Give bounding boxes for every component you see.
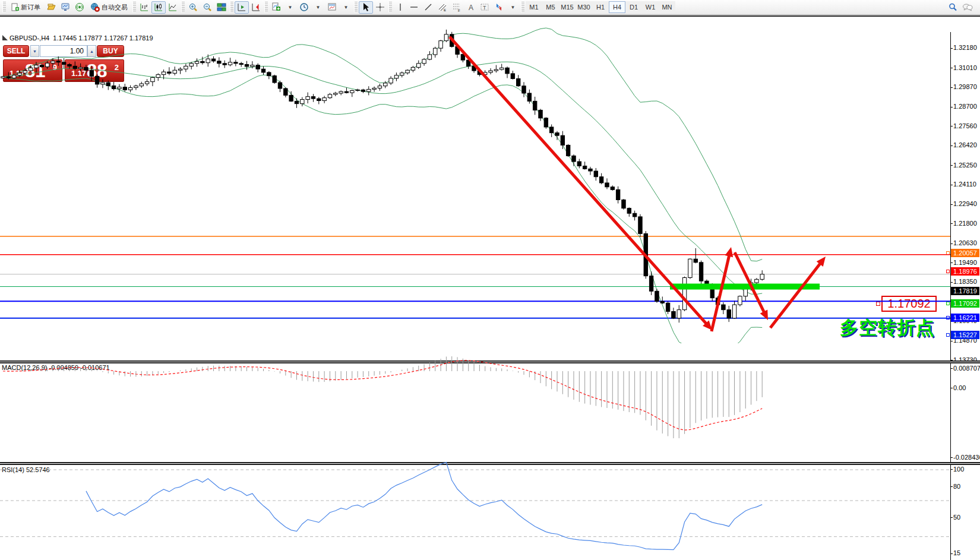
y-axis-tick-label: 1.26420 (953, 141, 977, 148)
rsi-axis-label: 80 (953, 483, 960, 490)
level-line-anchor[interactable] (946, 251, 950, 255)
buy-price-panel[interactable]: 1.17 88 2 (65, 59, 124, 82)
indicators-button[interactable] (269, 1, 283, 14)
panel-splitter[interactable] (0, 462, 980, 465)
fibonacci-button[interactable]: F (450, 1, 464, 14)
timeframe-w1[interactable]: W1 (642, 1, 659, 13)
horizontal-line-button[interactable] (407, 1, 421, 14)
buy-price-small: 1.17 (71, 69, 86, 78)
timeframe-m1[interactable]: M1 (526, 1, 542, 13)
volume-decrease-button[interactable]: ▼ (30, 45, 39, 57)
chart-symbol-label: GBPUSD-,H4 1.17445 1.17877 1.17267 1.178… (10, 34, 153, 42)
cursor-icon (361, 2, 371, 12)
level-price-chip: 1.15227 (951, 331, 979, 339)
crosshair-button[interactable] (373, 1, 387, 14)
y-axis-tick-label: 1.25250 (953, 162, 977, 169)
current-price-chip: 1.17819 (951, 287, 979, 295)
toolbar-grip[interactable] (388, 2, 392, 12)
periods-button[interactable] (297, 1, 311, 14)
y-axis-tick-label: 1.27560 (953, 122, 977, 129)
zoom-out-icon (203, 2, 212, 12)
text-label-button[interactable]: T (478, 1, 492, 14)
timeframe-h1[interactable]: H1 (592, 1, 609, 13)
price-tag-label[interactable]: 1.17092 (881, 296, 937, 312)
toolbar-grip[interactable] (181, 2, 185, 12)
chevron-down-icon: ▼ (33, 49, 37, 53)
level-price-chip: 1.18976 (951, 267, 979, 276)
chevron-down-icon: ▼ (315, 5, 321, 10)
level-line-anchor[interactable] (946, 270, 950, 273)
timeframe-m15[interactable]: M15 (559, 1, 576, 13)
svg-text:T: T (483, 5, 486, 11)
toolbar-grip[interactable] (132, 2, 136, 12)
tile-windows-button[interactable] (214, 1, 229, 14)
buy-price-big: 88 (87, 61, 107, 82)
arrows-icon (494, 2, 504, 12)
zoom-out-button[interactable] (200, 1, 214, 14)
templates-dropdown[interactable]: ▼ (339, 1, 353, 14)
chat-icon (962, 2, 973, 12)
toolbar-grip[interactable] (354, 2, 358, 12)
search-button[interactable] (946, 1, 960, 14)
volume-increase-button[interactable]: ▲ (87, 45, 96, 57)
volume-input[interactable] (40, 45, 87, 57)
text-button[interactable]: A (464, 1, 478, 14)
level-price-chip: 1.17092 (951, 299, 979, 308)
cursor-button[interactable] (359, 1, 373, 14)
level-line-anchor[interactable] (946, 316, 950, 319)
sell-button[interactable]: SELL (3, 45, 29, 57)
candlestick-chart-button[interactable] (151, 1, 166, 14)
vertical-line-button[interactable] (393, 1, 407, 14)
timeframe-m5[interactable]: M5 (542, 1, 559, 13)
timeframe-d1[interactable]: D1 (625, 1, 642, 13)
signal-icon (75, 2, 84, 12)
equidistant-channel-button[interactable]: E (435, 1, 450, 14)
templates-icon (327, 2, 337, 12)
autotrading-icon (90, 2, 100, 12)
bar-chart-icon (140, 2, 149, 12)
toolbar-grip[interactable] (2, 2, 6, 12)
rsi-axis-label: 15 (953, 549, 960, 556)
signal-button[interactable] (72, 1, 87, 14)
y-axis-tick-label: 1.28700 (953, 103, 977, 110)
toolbar-grip[interactable] (521, 2, 524, 12)
new-order-button[interactable]: 新订单 (7, 1, 44, 14)
y-axis-tick-label: 1.29870 (953, 83, 977, 90)
rsi-axis-label: 50 (953, 514, 960, 521)
arrows-button[interactable] (492, 1, 506, 14)
periods-dropdown[interactable]: ▼ (311, 1, 325, 14)
price-tag-connector (876, 302, 880, 306)
timeframe-h4[interactable]: H4 (609, 1, 625, 13)
chat-button[interactable] (960, 1, 975, 14)
y-axis-tick-label: 1.22940 (953, 200, 977, 207)
level-line-anchor[interactable] (946, 302, 950, 305)
chart-shift-icon (251, 2, 261, 12)
trendline-button[interactable] (421, 1, 435, 14)
autotrading-button[interactable]: 自动交易 (87, 1, 131, 14)
market-watch-button[interactable] (58, 1, 72, 14)
templates-button[interactable] (325, 1, 339, 14)
sell-price-sup: 9 (53, 63, 57, 72)
sell-price-panel[interactable]: 1.17 81 9 (3, 59, 62, 82)
chart-annotation-text[interactable]: 多空转折点 (840, 315, 935, 340)
line-chart-button[interactable] (166, 1, 180, 14)
timeframe-mn[interactable]: MN (659, 1, 675, 13)
y-axis-tick-label: 1.32180 (953, 44, 977, 51)
arrows-dropdown[interactable]: ▼ (506, 1, 520, 14)
level-line-anchor[interactable] (946, 333, 950, 337)
one-click-collapse-icon[interactable] (2, 35, 8, 40)
zoom-in-button[interactable] (186, 1, 200, 14)
indicators-dropdown[interactable]: ▼ (283, 1, 297, 14)
toolbar-grip[interactable] (264, 2, 268, 12)
toolbar-grip[interactable] (230, 2, 233, 12)
level-price-chip: 1.20057 (951, 249, 979, 257)
buy-button[interactable]: BUY (97, 45, 124, 57)
panel-splitter[interactable] (0, 360, 980, 363)
auto-scroll-button[interactable] (235, 1, 249, 14)
bar-chart-button[interactable] (137, 1, 151, 14)
chart-shift-button[interactable] (249, 1, 263, 14)
vertical-line-icon (396, 2, 404, 12)
svg-text:F: F (458, 9, 460, 12)
open-file-button[interactable] (44, 1, 58, 14)
timeframe-m30[interactable]: M30 (576, 1, 592, 13)
